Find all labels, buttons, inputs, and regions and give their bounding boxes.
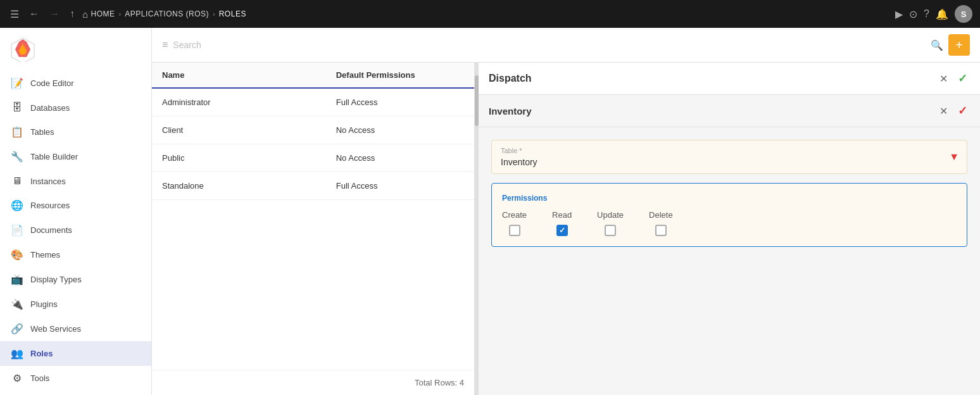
permissions-grid: Create Read ✓ Update: [502, 210, 957, 236]
inventory-confirm-button[interactable]: ✓: [955, 103, 970, 119]
permissions-section: Permissions Create Read ✓: [491, 183, 967, 247]
row-permissions: No Access: [326, 144, 474, 172]
row-name: Standalone: [152, 172, 326, 199]
databases-icon: 🗄: [10, 102, 24, 113]
dispatch-close-button[interactable]: ✕: [937, 72, 950, 86]
content-area: ≡ 🔍 + Name Default Permissions Administr…: [152, 28, 980, 395]
main-layout: 📝 Code Editor 🗄 Databases 📋 Tables 🔧 Tab…: [0, 28, 980, 395]
sidebar-item-databases[interactable]: 🗄 Databases: [0, 96, 151, 120]
table-field[interactable]: Table * Inventory ▼: [491, 140, 967, 174]
row-name: Client: [152, 116, 326, 144]
row-permissions: No Access: [326, 116, 474, 144]
dispatch-actions: ✕ ✓: [937, 70, 970, 87]
sidebar-item-documents[interactable]: 📄 Documents: [0, 218, 151, 242]
permissions-label: Permissions: [502, 194, 957, 203]
sidebar-item-themes[interactable]: 🎨 Themes: [0, 242, 151, 267]
scrollbar-track[interactable]: [475, 63, 479, 395]
table-row[interactable]: Public No Access: [152, 144, 474, 172]
permission-delete: Delete: [649, 210, 673, 236]
update-checkbox[interactable]: [605, 225, 616, 236]
roles-breadcrumb[interactable]: ROLES: [219, 9, 246, 18]
back-icon[interactable]: ←: [27, 6, 42, 22]
form-area: Table * Inventory ▼ Permissions Create: [479, 127, 980, 260]
split-pane: Name Default Permissions Administrator F…: [152, 63, 980, 395]
permission-read: Read ✓: [552, 210, 572, 236]
five-logo-icon: [10, 37, 35, 62]
dispatch-confirm-button[interactable]: ✓: [955, 70, 970, 87]
sidebar-item-tables[interactable]: 📋 Tables: [0, 120, 151, 144]
breadcrumb-sep-2: ›: [213, 10, 215, 18]
inventory-close-button[interactable]: ✕: [937, 104, 950, 118]
home-breadcrumb[interactable]: ⌂ HOME: [82, 9, 115, 20]
search-bar: ≡ 🔍 +: [152, 28, 980, 63]
search-magnify-icon[interactable]: 🔍: [931, 39, 943, 51]
row-name: Public: [152, 144, 326, 172]
applications-breadcrumb[interactable]: APPLICATIONS (ROS): [125, 9, 209, 18]
themes-icon: 🎨: [10, 249, 24, 261]
dispatch-title: Dispatch: [489, 73, 532, 84]
help-icon[interactable]: ?: [924, 8, 929, 20]
delete-checkbox[interactable]: [655, 225, 667, 236]
menu-icon[interactable]: ☰: [8, 6, 22, 23]
filter-icon: ≡: [162, 39, 168, 51]
read-checkbox[interactable]: ✓: [556, 225, 568, 236]
read-label: Read: [552, 210, 572, 220]
create-label: Create: [502, 210, 527, 220]
row-permissions: Full Access: [326, 172, 474, 199]
instances-icon: 🖥: [10, 175, 24, 187]
table-header: Name Default Permissions: [152, 63, 474, 89]
sidebar-item-code-editor[interactable]: 📝 Code Editor: [0, 71, 151, 96]
bell-icon[interactable]: 🔔: [936, 8, 948, 20]
dropdown-arrow-icon: ▼: [949, 151, 959, 163]
inventory-title: Inventory: [489, 106, 532, 116]
row-permissions: Full Access: [326, 89, 474, 116]
resources-icon: 🌐: [10, 199, 24, 211]
table-row[interactable]: Standalone Full Access: [152, 172, 474, 200]
forward-icon[interactable]: →: [47, 6, 62, 22]
sidebar-item-resources[interactable]: 🌐 Resources: [0, 193, 151, 218]
tools-icon: ⚙: [10, 372, 24, 384]
sidebar-item-tools[interactable]: ⚙ Tools: [0, 366, 151, 391]
sidebar-logo: [0, 28, 151, 71]
web-services-icon: 🔗: [10, 323, 24, 335]
breadcrumb-sep-1: ›: [119, 10, 122, 18]
inventory-panel-header: Inventory ✕ ✓: [479, 95, 980, 127]
create-checkbox[interactable]: [509, 225, 520, 236]
sidebar-item-display-types[interactable]: 📺 Display Types: [0, 267, 151, 292]
sidebar-item-instances[interactable]: 🖥 Instances: [0, 169, 151, 193]
sidebar-item-plugins[interactable]: 🔌 Plugins: [0, 292, 151, 317]
permission-update: Update: [597, 210, 624, 236]
sidebar-item-roles[interactable]: 👥 Roles: [0, 341, 151, 366]
check-mark: ✓: [559, 226, 565, 235]
table-row[interactable]: Client No Access: [152, 116, 474, 144]
permission-create: Create: [502, 210, 527, 236]
documents-icon: 📄: [10, 224, 24, 236]
topbar: ☰ ← → ↑ ⌂ HOME › APPLICATIONS (ROS) › RO…: [0, 0, 980, 28]
scrollbar-thumb[interactable]: [475, 75, 479, 126]
update-label: Update: [597, 210, 624, 220]
table-builder-icon: 🔧: [10, 151, 24, 163]
up-icon[interactable]: ↑: [67, 6, 77, 22]
table-field-value: Inventory: [501, 157, 958, 167]
tables-icon: 📋: [10, 126, 24, 138]
user-avatar[interactable]: S: [955, 5, 972, 23]
search-input[interactable]: [173, 40, 926, 50]
sidebar-item-web-services[interactable]: 🔗 Web Services: [0, 317, 151, 341]
col-permissions: Default Permissions: [326, 63, 474, 87]
dispatch-panel-header: Dispatch ✕ ✓: [479, 63, 980, 95]
roles-icon: 👥: [10, 348, 24, 360]
display-types-icon: 📺: [10, 273, 24, 285]
delete-label: Delete: [649, 210, 673, 220]
breadcrumb: ⌂ HOME › APPLICATIONS (ROS) › ROLES: [82, 9, 246, 20]
table-row[interactable]: Administrator Full Access: [152, 89, 474, 116]
sidebar: 📝 Code Editor 🗄 Databases 📋 Tables 🔧 Tab…: [0, 28, 152, 395]
sidebar-item-table-builder[interactable]: 🔧 Table Builder: [0, 144, 151, 169]
add-button[interactable]: +: [948, 34, 970, 56]
col-name: Name: [152, 63, 326, 87]
table-field-label: Table *: [501, 147, 958, 154]
plugins-icon: 🔌: [10, 298, 24, 310]
record-icon[interactable]: ⊙: [909, 8, 917, 20]
play-icon[interactable]: ▶: [895, 8, 903, 20]
table-pane: Name Default Permissions Administrator F…: [152, 63, 475, 395]
sidebar-footer: FIVE: [0, 391, 151, 395]
